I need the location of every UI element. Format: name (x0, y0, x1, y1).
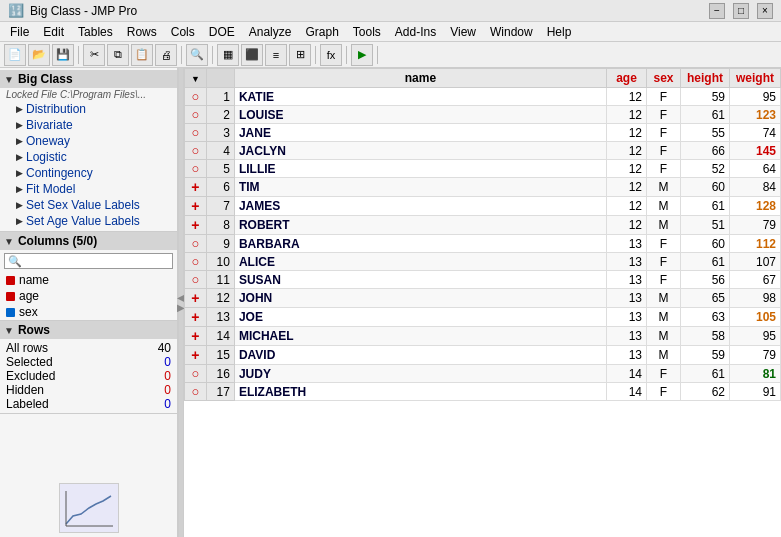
cell-marker[interactable]: + (185, 327, 207, 346)
cell-age[interactable]: 12 (607, 142, 647, 160)
new-button[interactable]: 📄 (4, 44, 26, 66)
cell-weight[interactable]: 91 (730, 383, 781, 401)
cell-marker[interactable]: ○ (185, 235, 207, 253)
cell-height[interactable]: 58 (681, 327, 730, 346)
cell-sex[interactable]: F (647, 235, 681, 253)
cell-name[interactable]: MICHAEL (234, 327, 606, 346)
cell-age[interactable]: 14 (607, 383, 647, 401)
open-button[interactable]: 📂 (28, 44, 50, 66)
cell-weight[interactable]: 105 (730, 308, 781, 327)
cell-age[interactable]: 12 (607, 88, 647, 106)
col-sex-header[interactable]: sex (647, 69, 681, 88)
cell-sex[interactable]: M (647, 197, 681, 216)
cell-age[interactable]: 13 (607, 308, 647, 327)
cell-weight[interactable]: 81 (730, 365, 781, 383)
cell-sex[interactable]: M (647, 308, 681, 327)
cell-sex[interactable]: F (647, 142, 681, 160)
maximize-button[interactable]: □ (733, 3, 749, 19)
cell-marker[interactable]: + (185, 178, 207, 197)
menu-item-tables[interactable]: Tables (72, 24, 119, 40)
tree-item-set-sex-value-labels[interactable]: ▶Set Sex Value Labels (0, 197, 177, 213)
cell-weight[interactable]: 79 (730, 346, 781, 365)
cell-name[interactable]: KATIE (234, 88, 606, 106)
cell-marker[interactable]: ○ (185, 253, 207, 271)
tree-item-set-age-value-labels[interactable]: ▶Set Age Value Labels (0, 213, 177, 229)
cell-name[interactable]: BARBARA (234, 235, 606, 253)
cell-height[interactable]: 63 (681, 308, 730, 327)
cell-weight[interactable]: 123 (730, 106, 781, 124)
cell-weight[interactable]: 84 (730, 178, 781, 197)
formula-button[interactable]: fx (320, 44, 342, 66)
menu-item-edit[interactable]: Edit (37, 24, 70, 40)
cell-sex[interactable]: M (647, 289, 681, 308)
cell-marker[interactable]: ○ (185, 365, 207, 383)
tree-item-oneway[interactable]: ▶Oneway (0, 133, 177, 149)
cell-marker[interactable]: ○ (185, 160, 207, 178)
cell-marker[interactable]: + (185, 346, 207, 365)
menu-item-analyze[interactable]: Analyze (243, 24, 298, 40)
print-button[interactable]: 🖨 (155, 44, 177, 66)
cell-height[interactable]: 61 (681, 106, 730, 124)
cell-sex[interactable]: M (647, 178, 681, 197)
cell-name[interactable]: LILLIE (234, 160, 606, 178)
cell-marker[interactable]: ○ (185, 88, 207, 106)
cell-marker[interactable]: ○ (185, 124, 207, 142)
rows-header[interactable]: ▼ Rows (0, 321, 177, 339)
menu-item-cols[interactable]: Cols (165, 24, 201, 40)
cell-name[interactable]: JAMES (234, 197, 606, 216)
cell-weight[interactable]: 145 (730, 142, 781, 160)
cell-name[interactable]: ELIZABETH (234, 383, 606, 401)
menu-item-help[interactable]: Help (541, 24, 578, 40)
cell-sex[interactable]: M (647, 346, 681, 365)
cell-age[interactable]: 12 (607, 197, 647, 216)
cell-height[interactable]: 65 (681, 289, 730, 308)
tree-item-distribution[interactable]: ▶Distribution (0, 101, 177, 117)
cols-button[interactable]: ⬛ (241, 44, 263, 66)
cell-height[interactable]: 51 (681, 216, 730, 235)
cell-height[interactable]: 60 (681, 235, 730, 253)
big-class-header[interactable]: ▼ Big Class (0, 70, 177, 88)
table-button[interactable]: ▦ (217, 44, 239, 66)
cell-height[interactable]: 56 (681, 271, 730, 289)
cell-weight[interactable]: 107 (730, 253, 781, 271)
cell-height[interactable]: 60 (681, 178, 730, 197)
cell-age[interactable]: 12 (607, 160, 647, 178)
cell-age[interactable]: 12 (607, 124, 647, 142)
cell-name[interactable]: JACLYN (234, 142, 606, 160)
menu-item-graph[interactable]: Graph (299, 24, 344, 40)
col-height-header[interactable]: height (681, 69, 730, 88)
cell-sex[interactable]: M (647, 216, 681, 235)
rows-button[interactable]: ≡ (265, 44, 287, 66)
cell-age[interactable]: 14 (607, 365, 647, 383)
paste-button[interactable]: 📋 (131, 44, 153, 66)
cell-weight[interactable]: 79 (730, 216, 781, 235)
cell-sex[interactable]: F (647, 124, 681, 142)
cell-age[interactable]: 13 (607, 327, 647, 346)
cell-height[interactable]: 52 (681, 160, 730, 178)
menu-item-rows[interactable]: Rows (121, 24, 163, 40)
tree-item-bivariate[interactable]: ▶Bivariate (0, 117, 177, 133)
cell-name[interactable]: JANE (234, 124, 606, 142)
copy-button[interactable]: ⧉ (107, 44, 129, 66)
thumbnail[interactable] (59, 483, 119, 533)
cell-weight[interactable]: 67 (730, 271, 781, 289)
menu-item-tools[interactable]: Tools (347, 24, 387, 40)
cell-marker[interactable]: + (185, 289, 207, 308)
col-item-sex[interactable]: sex (0, 304, 177, 320)
cell-name[interactable]: ROBERT (234, 216, 606, 235)
cell-name[interactable]: JOE (234, 308, 606, 327)
cell-name[interactable]: ALICE (234, 253, 606, 271)
cell-age[interactable]: 12 (607, 178, 647, 197)
col-item-name[interactable]: name (0, 272, 177, 288)
col-marker-header[interactable]: ▼ (185, 69, 207, 88)
cell-name[interactable]: JUDY (234, 365, 606, 383)
cell-name[interactable]: JOHN (234, 289, 606, 308)
cell-weight[interactable]: 95 (730, 88, 781, 106)
cell-name[interactable]: SUSAN (234, 271, 606, 289)
cell-sex[interactable]: F (647, 365, 681, 383)
menu-item-file[interactable]: File (4, 24, 35, 40)
save-button[interactable]: 💾 (52, 44, 74, 66)
cell-height[interactable]: 66 (681, 142, 730, 160)
search-button[interactable]: 🔍 (186, 44, 208, 66)
data-table-container[interactable]: ▼ name age sex height weight ○1KATIE12F5… (184, 68, 781, 537)
